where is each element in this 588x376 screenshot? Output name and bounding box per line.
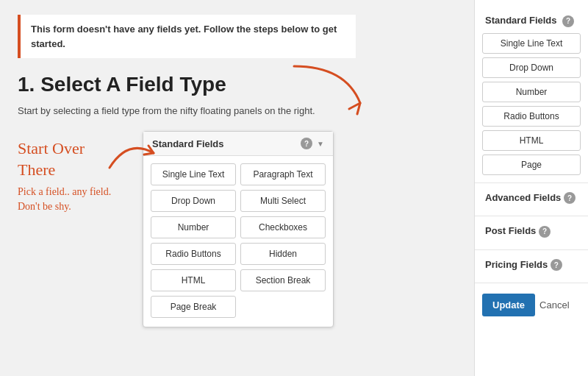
- field-btn-radio-buttons[interactable]: Radio Buttons: [151, 243, 236, 265]
- field-btn-hidden[interactable]: Hidden: [240, 243, 326, 265]
- sidebar-field-single-line-text[interactable]: Single Line Text: [482, 33, 581, 54]
- floating-panel-area: Start Over There Pick a field.. any fiel…: [18, 131, 456, 327]
- arrow-down-icon: [287, 59, 375, 118]
- sidebar-field-drop-down[interactable]: Drop Down: [482, 57, 581, 78]
- handwritten-area: Start Over There Pick a field.. any fiel…: [18, 131, 143, 327]
- sidebar-advanced-fields-title: Advanced Fields ?: [475, 188, 588, 209]
- field-btn-html[interactable]: HTML: [151, 269, 236, 291]
- panel-header-right: ? ▼: [301, 138, 324, 149]
- field-btn-section-break[interactable]: Section Break: [240, 269, 326, 291]
- sidebar-pricing-fields-title: Pricing Fields ?: [475, 255, 588, 276]
- sidebar-post-fields-title: Post Fields ?: [475, 221, 588, 242]
- sidebar-field-html[interactable]: HTML: [482, 130, 581, 151]
- sidebar-standard-fields-title: Standard Fields ?: [475, 10, 588, 33]
- subtitle: Start by selecting a field type from the…: [18, 105, 456, 116]
- field-btn-empty: [240, 296, 326, 318]
- field-btn-number[interactable]: Number: [151, 216, 236, 238]
- field-btn-multi-select[interactable]: Multi Select: [240, 190, 326, 212]
- sidebar-divider-2: [475, 216, 588, 216]
- pick-field-text: Pick a field.. any field. Don't be shy.: [18, 185, 143, 213]
- sidebar: Standard Fields ? Single Line Text Drop …: [474, 0, 588, 376]
- help-icon[interactable]: ?: [301, 138, 312, 149]
- sidebar-divider-1: [475, 182, 588, 183]
- update-row: Update Cancel: [475, 288, 588, 316]
- sidebar-post-help-icon[interactable]: ?: [539, 226, 551, 238]
- field-btn-drop-down[interactable]: Drop Down: [151, 190, 236, 212]
- sidebar-advanced-help-icon[interactable]: ?: [564, 192, 576, 204]
- sidebar-field-radio-buttons[interactable]: Radio Buttons: [482, 106, 581, 127]
- notice-box: This form doesn't have any fields yet. F…: [18, 15, 356, 58]
- chevron-down-icon[interactable]: ▼: [317, 140, 324, 148]
- cancel-button[interactable]: Cancel: [539, 299, 569, 311]
- field-btn-page-break[interactable]: Page Break: [151, 296, 236, 318]
- sidebar-divider-3: [475, 249, 588, 250]
- update-button[interactable]: Update: [482, 294, 535, 316]
- sidebar-standard-help-icon[interactable]: ?: [562, 15, 574, 27]
- sidebar-pricing-help-icon[interactable]: ?: [551, 259, 562, 271]
- arrow-right-icon: [106, 131, 165, 175]
- sidebar-field-page[interactable]: Page: [482, 155, 581, 175]
- floating-panel: Standard Fields ? ▼ Single Line Text Par…: [143, 131, 334, 327]
- sidebar-divider-4: [475, 283, 588, 283]
- page-title: 1. Select A Field Type: [18, 73, 456, 96]
- field-btn-checkboxes[interactable]: Checkboxes: [240, 216, 326, 238]
- sidebar-field-number[interactable]: Number: [482, 82, 581, 102]
- panel-header: Standard Fields ? ▼: [143, 132, 333, 156]
- field-btn-paragraph-text[interactable]: Paragraph Text: [240, 163, 326, 185]
- notice-text: This form doesn't have any fields yet. F…: [31, 24, 337, 49]
- main-content: This form doesn't have any fields yet. F…: [0, 0, 474, 376]
- field-grid: Single Line Text Paragraph Text Drop Dow…: [143, 156, 333, 321]
